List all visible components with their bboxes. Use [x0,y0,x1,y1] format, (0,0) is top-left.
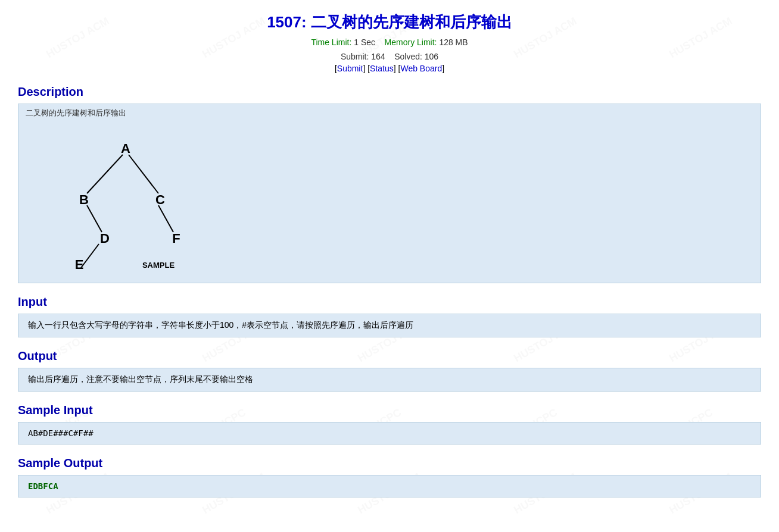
svg-text:SAMPLE: SAMPLE [142,261,175,270]
svg-text:F: F [172,231,180,246]
memory-limit-value: 128 MB [439,37,468,47]
problem-meta: Time Limit: 1 Sec Memory Limit: 128 MB [18,37,761,47]
description-box: 二叉树的先序建树和后序输出 A B C [18,104,761,283]
submit-link[interactable]: Submit [337,64,363,73]
svg-text:A: A [121,141,130,156]
problem-number: 1507 [267,13,301,31]
time-limit-value: 1 Sec [354,37,375,47]
svg-line-2 [87,205,102,232]
output-title: Output [18,349,761,363]
problem-title: 1507: 二叉树的先序建树和后序输出 [18,12,761,33]
sample-input-title: Sample Input [18,403,761,417]
tree-image-area: A B C D E F SAMPLE [18,122,761,283]
sample-input-box: AB#DE###C#F## [18,422,761,445]
svg-line-4 [158,205,173,232]
svg-text:C: C [155,192,165,207]
time-limit-label: Time Limit: [311,37,351,47]
solved-value: 106 [425,52,438,61]
input-box: 输入一行只包含大写字母的字符串，字符串长度小于100，#表示空节点，请按照先序遍… [18,314,761,337]
sample-output-value: EDBFCA [28,481,58,491]
problem-links: [Submit] [Status] [Web Board] [18,64,761,73]
submit-meta: Submit: 164 Solved: 106 [18,52,761,61]
svg-text:D: D [100,231,110,246]
sample-input-value: AB#DE###C#F## [28,428,94,438]
output-text: 输出后序遍历，注意不要输出空节点，序列末尾不要输出空格 [28,374,253,384]
svg-line-0 [87,155,123,193]
memory-limit-label: Memory Limit: [385,37,437,47]
svg-line-1 [129,155,158,193]
input-text: 输入一行只包含大写字母的字符串，字符串长度小于100，#表示空节点，请按照先序遍… [28,320,413,330]
tree-diagram: A B C D E F SAMPLE [30,128,197,271]
submit-label: Submit: [341,52,369,61]
svg-text:B: B [79,192,89,207]
description-title: Description [18,85,761,99]
sample-output-title: Sample Output [18,456,761,470]
svg-text:E: E [75,257,84,271]
submit-value: 164 [371,52,385,61]
status-link[interactable]: Status [370,64,394,73]
sample-output-box: EDBFCA [18,475,761,497]
svg-line-3 [81,244,99,268]
tree-caption: 二叉树的先序建树和后序输出 [18,104,761,122]
web-board-link[interactable]: Web Board [400,64,442,73]
problem-title-text: 二叉树的先序建树和后序输出 [311,13,512,31]
input-title: Input [18,295,761,309]
output-box: 输出后序遍历，注意不要输出空节点，序列末尾不要输出空格 [18,368,761,392]
problem-header: 1507: 二叉树的先序建树和后序输出 Time Limit: 1 Sec Me… [18,12,761,73]
solved-label: Solved: [394,52,422,61]
